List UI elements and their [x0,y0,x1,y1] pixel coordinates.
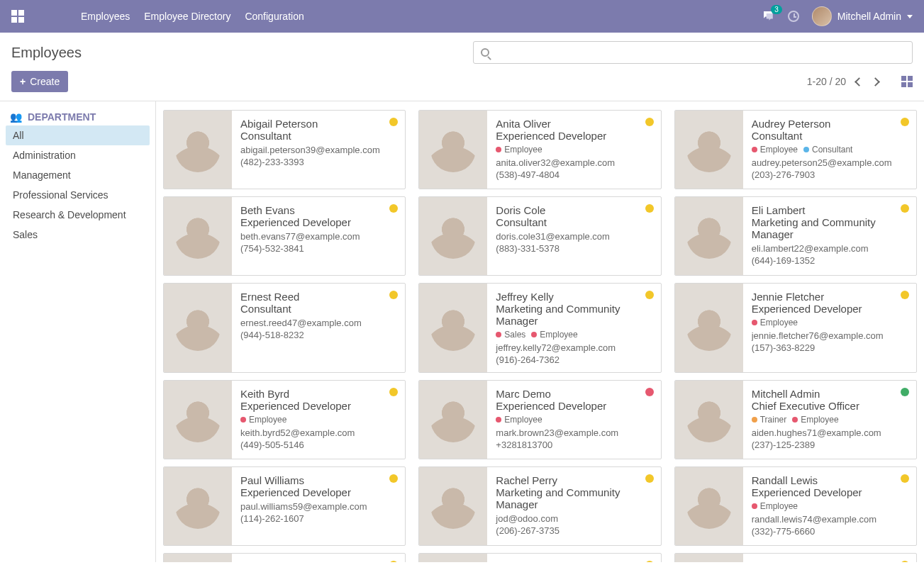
status-dot[interactable] [645,204,654,213]
status-dot[interactable] [645,474,654,483]
status-dot[interactable] [901,291,909,299]
employee-title: Experienced Developer [496,400,652,412]
employee-name: Abigail Peterson [240,118,396,130]
create-button[interactable]: + Create [11,71,68,92]
topnav-item[interactable]: Configuration [245,11,304,22]
employee-name: Marc Demo [496,388,652,400]
employee-card-body: Randall LewisExperienced DeveloperEmploy… [743,467,916,545]
sidebar-item[interactable]: Professional Services [6,185,150,205]
employee-card[interactable]: Marc DemoExperienced DeveloperEmployeema… [418,380,661,459]
employee-card[interactable]: Anita OliverExperienced DeveloperEmploye… [418,110,661,189]
employee-card[interactable]: Tina WilliamsonHuman Resources Manager [674,553,917,562]
plus-icon: + [20,76,26,87]
employee-photo [675,554,743,562]
status-dot[interactable] [645,118,654,126]
employee-name: Keith Byrd [240,388,396,400]
employee-photo [675,467,743,545]
employee-tag: Employee [752,145,798,155]
messages-icon[interactable]: 3 [761,9,775,24]
employee-photo [419,111,487,189]
employee-photo [419,554,487,562]
status-dot[interactable] [389,118,398,126]
employee-name: Rachel Perry [496,474,652,486]
topnav-item[interactable]: Employee Directory [144,11,230,22]
sidebar: 👥 DEPARTMENT AllAdministrationManagement… [0,101,156,562]
employee-title: Consultant [240,303,396,315]
employee-card-body: Jennie FletcherExperienced DeveloperEmpl… [743,284,916,372]
sidebar-item[interactable]: Management [6,165,150,185]
sidebar-item[interactable]: Administration [6,145,150,165]
search-icon [481,48,489,57]
employee-phone: (482)-233-3393 [240,157,396,167]
employee-tags: Employee [240,415,396,425]
employee-card[interactable]: Ernest ReedConsultanternest.reed47@examp… [163,283,406,373]
status-dot[interactable] [645,561,654,562]
employee-tag: Consultant [803,145,852,155]
employee-card-body: Marc DemoExperienced DeveloperEmployeema… [487,381,660,459]
user-menu[interactable]: Mitchell Admin [812,6,913,26]
employee-card-body: Paul WilliamsExperienced Developerpaul.w… [232,467,405,545]
employee-card[interactable]: Ronnie HartChief Technical Officer [163,553,406,562]
sidebar-item[interactable]: All [6,125,150,145]
employee-name: Ronnie Hart [240,561,396,562]
status-dot[interactable] [645,388,654,396]
employee-card[interactable]: Doris ColeConsultantdoris.cole31@example… [418,196,661,276]
topnav-item[interactable]: Employees [81,11,130,22]
status-dot[interactable] [901,388,909,396]
status-dot[interactable] [645,291,654,299]
employee-email: randall.lewis74@example.com [752,514,908,525]
employee-card-body: Ernest ReedConsultanternest.reed47@examp… [232,284,405,372]
status-dot[interactable] [389,291,398,299]
employee-title: Experienced Developer [240,400,396,412]
employee-tag: Employee [792,415,838,425]
employee-title: Experienced Developer [240,216,396,228]
kanban-view-icon[interactable] [901,76,913,87]
employee-tag: Employee [531,330,577,340]
employee-title: Marketing and Community Manager [752,216,908,240]
employee-card[interactable]: Jennie FletcherExperienced DeveloperEmpl… [674,283,917,373]
employee-photo [164,467,232,545]
employee-card[interactable]: Keith ByrdExperienced DeveloperEmployeek… [163,380,406,459]
employee-card[interactable]: Jeffrey KellyMarketing and Community Man… [418,283,661,373]
employee-photo [164,197,232,275]
employee-card[interactable]: Paul WilliamsExperienced Developerpaul.w… [163,466,406,546]
employee-card[interactable]: Beth EvansExperienced Developerbeth.evan… [163,196,406,276]
status-dot[interactable] [389,204,398,213]
status-dot[interactable] [901,474,909,483]
employee-phone: (237)-125-2389 [752,440,908,450]
status-dot[interactable] [389,388,398,396]
employee-tag: Employee [240,415,286,425]
pager-next[interactable] [871,77,880,86]
employee-email: beth.evans77@example.com [240,231,396,242]
sidebar-item[interactable]: Sales [6,225,150,245]
employee-photo [419,197,487,275]
employee-phone: (206)-267-3735 [496,525,652,536]
employee-card[interactable]: Abigail PetersonConsultantabigail.peters… [163,110,406,189]
controlbar: Employees [0,33,924,68]
employee-card[interactable]: Eli LambertMarketing and Community Manag… [674,196,917,276]
sidebar-item[interactable]: Research & Development [6,205,150,225]
employee-photo [164,284,232,372]
search-box[interactable] [473,41,913,64]
pager-prev[interactable] [855,77,864,86]
employee-card[interactable]: Rachel PerryMarketing and Community Mana… [418,466,661,546]
employee-card[interactable]: Randall LewisExperienced DeveloperEmploy… [674,466,917,546]
employee-tag: Employee [496,145,542,155]
employee-card[interactable]: Audrey PetersonConsultantEmployeeConsult… [674,110,917,189]
employee-card[interactable]: Sharlene RhodesExperienced Developer [418,553,661,562]
status-dot[interactable] [901,561,909,562]
employee-email: doris.cole31@example.com [496,231,652,242]
employee-photo [675,197,743,275]
topbar: EmployeesEmployee DirectoryConfiguration… [0,0,924,33]
employee-title: Marketing and Community Manager [496,486,652,510]
status-dot[interactable] [389,561,398,562]
employee-name: Beth Evans [240,204,396,216]
status-dot[interactable] [901,204,909,213]
employee-photo [164,111,232,189]
search-input[interactable] [495,46,905,59]
activity-icon[interactable] [788,11,799,22]
apps-icon[interactable] [11,10,24,23]
employee-card[interactable]: Mitchell AdminChief Executive OfficerTra… [674,380,917,459]
status-dot[interactable] [901,118,909,126]
status-dot[interactable] [389,474,398,483]
